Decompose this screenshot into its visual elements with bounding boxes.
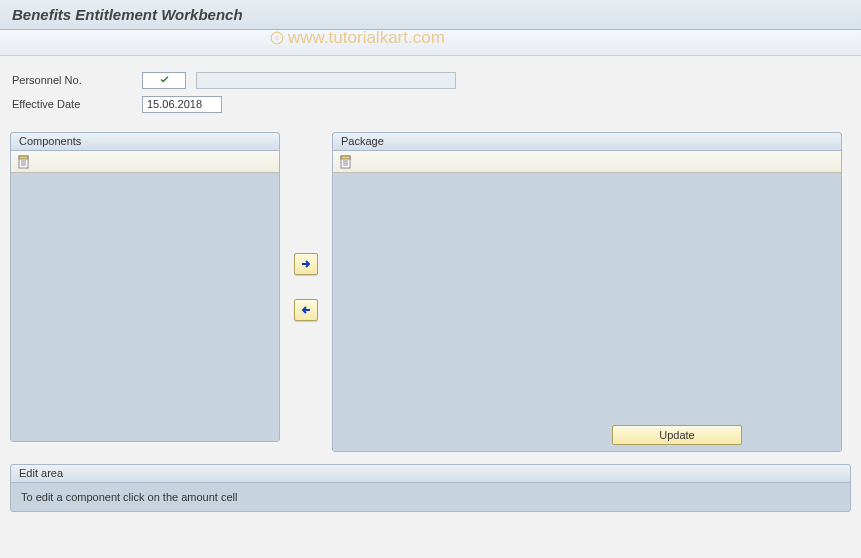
effective-date-input[interactable]: [142, 96, 222, 113]
move-right-button[interactable]: [294, 253, 318, 275]
page-title: Benefits Entitlement Workbench: [12, 6, 243, 23]
arrow-right-icon: [300, 258, 312, 270]
personnel-name-display: [196, 72, 456, 89]
sheet-icon: [339, 155, 353, 169]
personnel-no-input[interactable]: [142, 72, 186, 89]
effective-date-row: Effective Date: [12, 94, 849, 114]
svg-rect-3: [19, 156, 28, 159]
package-toolbar: [333, 151, 841, 173]
components-list[interactable]: [11, 173, 279, 441]
edit-area-hint: To edit a component click on the amount …: [11, 483, 850, 511]
svg-rect-8: [341, 156, 350, 159]
personnel-no-label: Personnel No.: [12, 74, 142, 86]
components-panel-title: Components: [11, 133, 279, 151]
edit-area-title: Edit area: [11, 465, 850, 483]
edit-area-panel: Edit area To edit a component click on t…: [10, 464, 851, 512]
title-bar: Benefits Entitlement Workbench: [0, 0, 861, 30]
effective-date-label: Effective Date: [12, 98, 142, 110]
main-area: Components: [0, 126, 861, 458]
package-panel: Package Update: [332, 132, 842, 452]
selection-form: Personnel No. Effective Date: [0, 56, 861, 126]
arrow-left-icon: [300, 304, 312, 316]
sheet-icon: [17, 155, 31, 169]
components-select-layout-button[interactable]: [15, 154, 33, 170]
move-left-button[interactable]: [294, 299, 318, 321]
personnel-no-row: Personnel No.: [12, 70, 849, 90]
components-panel: Components: [10, 132, 280, 442]
check-icon: [159, 74, 170, 87]
package-footer: Update: [333, 419, 841, 451]
package-select-layout-button[interactable]: [337, 154, 355, 170]
package-panel-title: Package: [333, 133, 841, 151]
application-toolbar: [0, 30, 861, 56]
components-toolbar: [11, 151, 279, 173]
transfer-controls: [280, 132, 332, 442]
package-list[interactable]: [333, 173, 841, 419]
update-button[interactable]: Update: [612, 425, 742, 445]
